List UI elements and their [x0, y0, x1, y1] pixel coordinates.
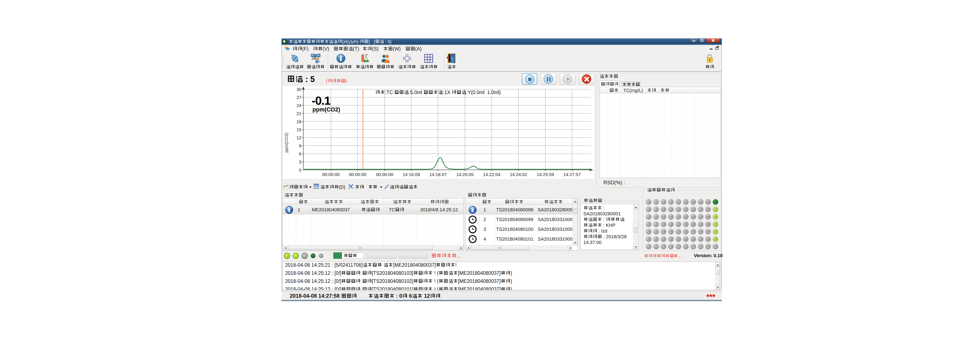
svg-text:0: 0 — [299, 168, 301, 173]
svg-text:14:18:07: 14:18:07 — [430, 172, 447, 177]
svg-text:00:00:00: 00:00:00 — [322, 172, 340, 177]
svg-text:00:00:00: 00:00:00 — [349, 172, 366, 177]
svg-text:14:24:02: 14:24:02 — [510, 172, 527, 177]
svg-text:14:22:04: 14:22:04 — [483, 172, 500, 177]
svg-text:14:25:59: 14:25:59 — [537, 172, 554, 177]
svg-text:00:00:00: 00:00:00 — [376, 172, 393, 177]
svg-text:3: 3 — [299, 160, 301, 164]
svg-text:6: 6 — [299, 151, 301, 156]
svg-text:14:20:05: 14:20:05 — [456, 172, 474, 177]
svg-text:27: 27 — [296, 95, 301, 100]
svg-text:18: 18 — [296, 119, 301, 124]
svg-text:12: 12 — [296, 135, 301, 140]
svg-text:14:27:57: 14:27:57 — [563, 172, 581, 177]
svg-text:14:16:09: 14:16:09 — [402, 172, 420, 177]
svg-text:21: 21 — [296, 111, 301, 116]
svg-text:24: 24 — [296, 103, 302, 108]
svg-text:9: 9 — [299, 143, 301, 148]
svg-text:30: 30 — [296, 87, 301, 92]
svg-text:15: 15 — [296, 127, 301, 132]
